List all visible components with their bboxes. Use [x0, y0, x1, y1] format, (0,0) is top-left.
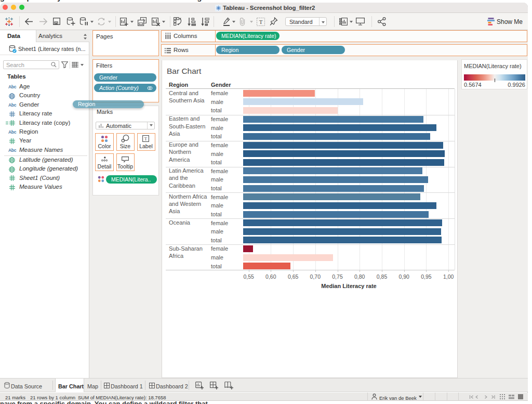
svg-text:T: T: [144, 136, 148, 141]
svg-text:T: T: [259, 19, 263, 25]
